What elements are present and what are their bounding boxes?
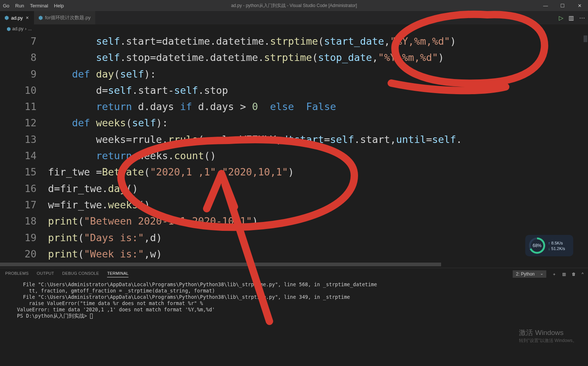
- code-line[interactable]: 11 return d.days if d.days > 0 else Fals…: [0, 99, 588, 115]
- line-number: 19: [0, 230, 48, 246]
- line-number: 9: [0, 66, 48, 82]
- close-window-button[interactable]: ✕: [571, 0, 588, 11]
- run-icon[interactable]: ▷: [559, 14, 563, 21]
- line-number: 12: [0, 115, 48, 131]
- panel-tab-terminal[interactable]: TERMINAL: [107, 271, 128, 277]
- breadcrumb[interactable]: ⬢ ad.py › ...: [0, 24, 588, 33]
- split-terminal-icon[interactable]: ▥: [562, 272, 566, 277]
- code-line[interactable]: 13 weeks=rrule.rrule(rrule.WEEKLY,dtstar…: [0, 131, 588, 148]
- menu-bar: GoRunTerminalHelp ad.py - python从入门到实战 -…: [0, 0, 588, 11]
- menu-item-go[interactable]: Go: [0, 3, 12, 8]
- line-number: 15: [0, 164, 48, 180]
- code-line[interactable]: 16d=fir_twe.day(): [0, 181, 588, 197]
- terminal-line: File "C:\Users\Administrator\AppData\Loc…: [17, 281, 581, 288]
- code-line[interactable]: 8 self.stop=datetime.datetime.strptime(s…: [0, 49, 588, 66]
- line-number: 18: [0, 213, 48, 229]
- terminal-line: ValueError: time data '2020,1 ,1' does n…: [17, 307, 581, 313]
- minimap[interactable]: [583, 33, 588, 259]
- tab-label: ad.py: [11, 15, 23, 21]
- line-number: 10: [0, 82, 48, 99]
- line-number: 20: [0, 246, 48, 262]
- menu-item-help[interactable]: Help: [51, 3, 67, 8]
- code-line[interactable]: 19print("Days is:",d): [0, 230, 588, 246]
- maximize-button[interactable]: ☐: [554, 0, 571, 11]
- terminal-line: File "C:\Users\Administrator\AppData\Loc…: [17, 294, 581, 300]
- menu-item-terminal[interactable]: Terminal: [27, 3, 51, 8]
- panel-tab-debug-console[interactable]: DEBUG CONSOLE: [62, 271, 99, 277]
- menu-item-run[interactable]: Run: [12, 3, 27, 8]
- code-line[interactable]: 10 d=self.start-self.stop: [0, 82, 588, 99]
- code-line[interactable]: 20print("Week is:",w): [0, 246, 588, 262]
- terminal-output[interactable]: File "C:\Users\Administrator\AppData\Loc…: [0, 280, 588, 366]
- terminal-line: raise ValueError("time data %r does not …: [17, 300, 581, 307]
- editor-horizontal-scrollbar[interactable]: [0, 263, 588, 268]
- python-file-icon: ⬢: [38, 15, 43, 21]
- new-terminal-icon[interactable]: ＋: [552, 271, 556, 277]
- line-number: 8: [0, 49, 48, 66]
- code-line[interactable]: 17w=fir_twe.weeks(): [0, 197, 588, 213]
- line-number: 16: [0, 181, 48, 197]
- minimize-button[interactable]: —: [537, 0, 554, 11]
- tab-close-icon[interactable]: ×: [25, 15, 30, 21]
- editor-tab[interactable]: ⬢for循环统计次数题.py: [34, 11, 95, 24]
- kill-terminal-icon[interactable]: 🗑: [572, 272, 576, 276]
- terminal-line: PS D:\python从入门到实战>: [17, 313, 581, 319]
- breadcrumb-tail: ...: [28, 26, 32, 31]
- panel-tab-bar: PROBLEMSOUTPUTDEBUG CONSOLETERMINAL 2: P…: [0, 268, 588, 280]
- panel-tab-problems[interactable]: PROBLEMS: [5, 271, 29, 277]
- code-line[interactable]: 9 def day(self):: [0, 66, 588, 82]
- bottom-panel: PROBLEMSOUTPUTDEBUG CONSOLETERMINAL 2: P…: [0, 268, 588, 366]
- line-number: 7: [0, 33, 48, 49]
- terminal-selector[interactable]: 2: Python: [513, 270, 546, 278]
- split-editor-icon[interactable]: ▥: [568, 14, 574, 21]
- more-actions-icon[interactable]: ⋯: [579, 14, 585, 21]
- code-line[interactable]: 14 return weeks.count(): [0, 148, 588, 164]
- line-number: 13: [0, 131, 48, 148]
- panel-chevron-icon[interactable]: ^: [582, 272, 584, 276]
- editor-tabs: ⬢ad.py×⬢for循环统计次数题.py ▷ ▥ ⋯: [0, 11, 588, 24]
- window-title: ad.py - python从入门到实战 - Visual Studio Cod…: [231, 3, 357, 9]
- python-file-icon: ⬢: [4, 15, 9, 21]
- editor-tab[interactable]: ⬢ad.py×: [0, 11, 34, 24]
- code-line[interactable]: 18print("Between 2020-1-1,2020-10-1"): [0, 213, 588, 229]
- tab-label: for循环统计次数题.py: [45, 14, 91, 21]
- breadcrumb-file: ad.py: [12, 26, 24, 31]
- panel-tab-output[interactable]: OUTPUT: [37, 271, 54, 277]
- code-line[interactable]: 12 def weeks(self):: [0, 115, 588, 131]
- line-number: 14: [0, 148, 48, 164]
- code-editor[interactable]: 7 self.start=datetime.datetime.strptime(…: [0, 33, 588, 263]
- code-line[interactable]: 15fir_twe =BetDate("2020,1 ,1","2020,10,…: [0, 164, 588, 180]
- python-file-icon: ⬢: [7, 26, 11, 32]
- code-line[interactable]: 7 self.start=datetime.datetime.strptime(…: [0, 33, 588, 49]
- terminal-line: tt, fraction, gmtoff_fraction = _strptim…: [17, 288, 581, 294]
- line-number: 11: [0, 99, 48, 115]
- line-number: 17: [0, 197, 48, 213]
